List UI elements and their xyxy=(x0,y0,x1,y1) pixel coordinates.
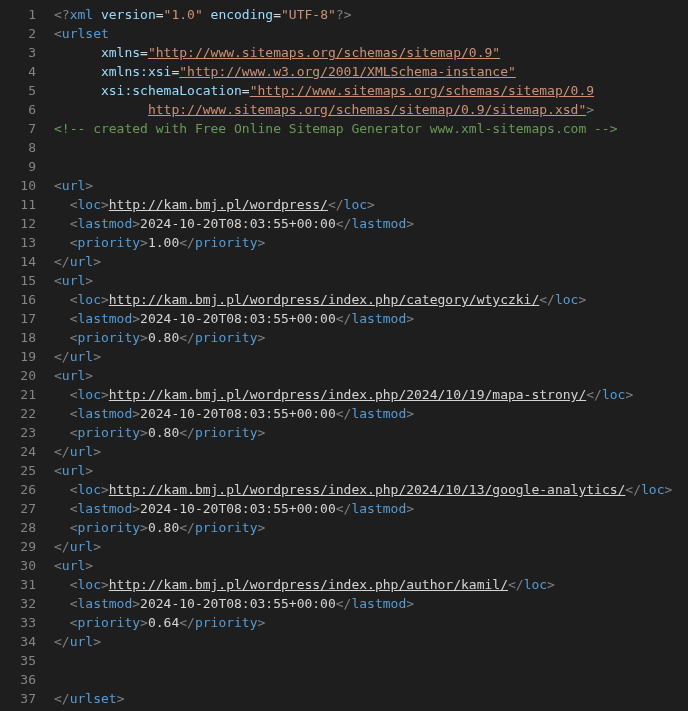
line-number: 31 xyxy=(8,575,36,594)
code-line: </url> xyxy=(54,442,688,461)
code-line: <url> xyxy=(54,271,688,290)
line-number: 30 xyxy=(8,556,36,575)
url-priority: 1.00 xyxy=(148,235,179,250)
code-line: <loc>http://kam.bmj.pl/wordpress/</loc> xyxy=(54,195,688,214)
url-lastmod: 2024-10-20T08:03:55+00:00 xyxy=(140,216,336,231)
code-line: </url> xyxy=(54,537,688,556)
code-line: <lastmod>2024-10-20T08:03:55+00:00</last… xyxy=(54,214,688,233)
url-loc: http://kam.bmj.pl/wordpress/index.php/20… xyxy=(109,482,626,497)
line-number: 22 xyxy=(8,404,36,423)
line-number: 37 xyxy=(8,689,36,708)
line-number: 14 xyxy=(8,252,36,271)
code-line: <url> xyxy=(54,556,688,575)
code-line xyxy=(54,651,688,670)
code-line: xsi:schemaLocation="http://www.sitemaps.… xyxy=(54,81,688,100)
code-line: <url> xyxy=(54,366,688,385)
line-number: 23 xyxy=(8,423,36,442)
code-line xyxy=(54,670,688,689)
xml-pi-open: <? xyxy=(54,7,70,22)
line-number: 12 xyxy=(8,214,36,233)
code-line: <loc>http://kam.bmj.pl/wordpress/index.p… xyxy=(54,290,688,309)
code-line: <url> xyxy=(54,461,688,480)
line-number: 36 xyxy=(8,670,36,689)
code-line: <lastmod>2024-10-20T08:03:55+00:00</last… xyxy=(54,404,688,423)
code-line: <?xml version="1.0" encoding="UTF-8"?> xyxy=(54,5,688,24)
line-number: 19 xyxy=(8,347,36,366)
line-number-gutter: 1234567891011121314151617181920212223242… xyxy=(0,0,48,711)
code-line: <url> xyxy=(54,176,688,195)
line-number: 11 xyxy=(8,195,36,214)
line-number: 29 xyxy=(8,537,36,556)
code-area[interactable]: <?xml version="1.0" encoding="UTF-8"?><u… xyxy=(48,0,688,711)
url-loc: http://kam.bmj.pl/wordpress/ xyxy=(109,197,328,212)
line-number: 15 xyxy=(8,271,36,290)
line-number: 9 xyxy=(8,157,36,176)
line-number: 8 xyxy=(8,138,36,157)
line-number: 27 xyxy=(8,499,36,518)
code-line: </url> xyxy=(54,252,688,271)
code-line: <priority>1.00</priority> xyxy=(54,233,688,252)
code-line: <!-- created with Free Online Sitemap Ge… xyxy=(54,119,688,138)
code-line: <loc>http://kam.bmj.pl/wordpress/index.p… xyxy=(54,575,688,594)
line-number: 5 xyxy=(8,81,36,100)
xml-pi-close: ?> xyxy=(336,7,352,22)
code-line: <lastmod>2024-10-20T08:03:55+00:00</last… xyxy=(54,594,688,613)
line-number: 35 xyxy=(8,651,36,670)
url-loc: http://kam.bmj.pl/wordpress/index.php/20… xyxy=(109,387,586,402)
line-number: 28 xyxy=(8,518,36,537)
code-line xyxy=(54,157,688,176)
code-line: </url> xyxy=(54,632,688,651)
code-line xyxy=(54,138,688,157)
code-line: </url> xyxy=(54,347,688,366)
code-editor[interactable]: 1234567891011121314151617181920212223242… xyxy=(0,0,688,711)
url-lastmod: 2024-10-20T08:03:55+00:00 xyxy=(140,311,336,326)
line-number: 7 xyxy=(8,119,36,138)
line-number: 6 xyxy=(8,100,36,119)
url-priority: 0.80 xyxy=(148,520,179,535)
url-priority: 0.80 xyxy=(148,330,179,345)
code-line: http://www.sitemaps.org/schemas/sitemap/… xyxy=(54,100,688,119)
line-number: 13 xyxy=(8,233,36,252)
url-lastmod: 2024-10-20T08:03:55+00:00 xyxy=(140,501,336,516)
line-number: 17 xyxy=(8,309,36,328)
line-number: 2 xyxy=(8,24,36,43)
url-loc: http://kam.bmj.pl/wordpress/index.php/au… xyxy=(109,577,508,592)
code-line: <priority>0.80</priority> xyxy=(54,328,688,347)
line-number: 24 xyxy=(8,442,36,461)
line-number: 32 xyxy=(8,594,36,613)
line-number: 20 xyxy=(8,366,36,385)
url-priority: 0.64 xyxy=(148,615,179,630)
url-priority: 0.80 xyxy=(148,425,179,440)
xml-comment: <!-- created with Free Online Sitemap Ge… xyxy=(54,121,618,136)
code-line: <loc>http://kam.bmj.pl/wordpress/index.p… xyxy=(54,480,688,499)
code-line: <priority>0.80</priority> xyxy=(54,518,688,537)
line-number: 1 xyxy=(8,5,36,24)
line-number: 3 xyxy=(8,43,36,62)
code-line: <priority>0.64</priority> xyxy=(54,613,688,632)
line-number: 34 xyxy=(8,632,36,651)
line-number: 25 xyxy=(8,461,36,480)
url-loc: http://kam.bmj.pl/wordpress/index.php/ca… xyxy=(109,292,539,307)
code-line: <lastmod>2024-10-20T08:03:55+00:00</last… xyxy=(54,309,688,328)
line-number: 18 xyxy=(8,328,36,347)
code-line: xmlns:xsi="http://www.w3.org/2001/XMLSch… xyxy=(54,62,688,81)
line-number: 4 xyxy=(8,62,36,81)
line-number: 16 xyxy=(8,290,36,309)
url-lastmod: 2024-10-20T08:03:55+00:00 xyxy=(140,596,336,611)
code-line: <priority>0.80</priority> xyxy=(54,423,688,442)
line-number: 21 xyxy=(8,385,36,404)
line-number: 33 xyxy=(8,613,36,632)
code-line: <urlset xyxy=(54,24,688,43)
url-lastmod: 2024-10-20T08:03:55+00:00 xyxy=(140,406,336,421)
code-line: </urlset> xyxy=(54,689,688,708)
line-number: 10 xyxy=(8,176,36,195)
code-line: xmlns="http://www.sitemaps.org/schemas/s… xyxy=(54,43,688,62)
line-number: 26 xyxy=(8,480,36,499)
code-line: <lastmod>2024-10-20T08:03:55+00:00</last… xyxy=(54,499,688,518)
code-line: <loc>http://kam.bmj.pl/wordpress/index.p… xyxy=(54,385,688,404)
